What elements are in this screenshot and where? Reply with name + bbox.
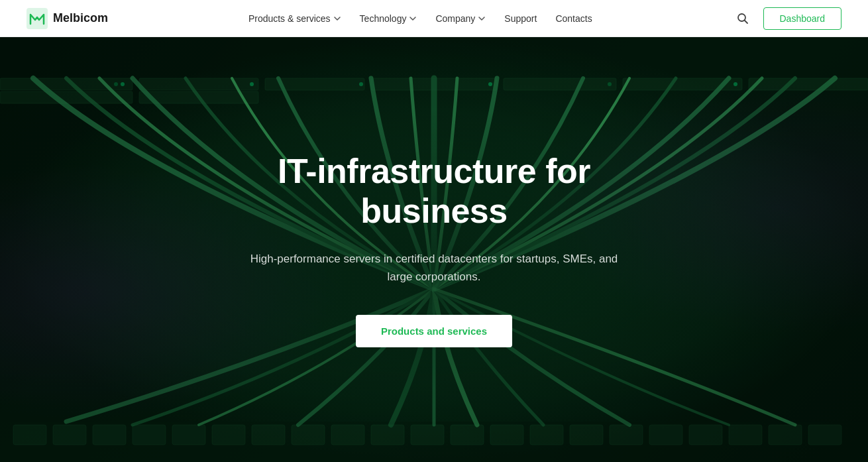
hero-title: IT-infrastructure for business <box>242 152 626 231</box>
header-actions: Dashboard <box>733 7 842 30</box>
melbicom-logo-icon <box>27 8 48 29</box>
nav-support-label: Support <box>504 13 537 24</box>
nav-company-label: Company <box>435 13 475 24</box>
nav-contacts-label: Contacts <box>555 13 592 24</box>
hero-content: IT-infrastructure for business High-perf… <box>229 152 639 347</box>
nav-item-technology[interactable]: Technology <box>352 8 425 29</box>
search-button[interactable] <box>733 9 753 29</box>
nav-item-company[interactable]: Company <box>427 8 494 29</box>
search-icon <box>737 13 749 25</box>
nav-item-contacts[interactable]: Contacts <box>547 8 600 29</box>
nav-item-support[interactable]: Support <box>496 8 545 29</box>
chevron-down-icon <box>409 15 417 23</box>
main-header: Melbicom Products & services Technology … <box>0 0 868 37</box>
nav-technology-label: Technology <box>360 13 407 24</box>
logo-text: Melbicom <box>53 11 108 25</box>
dashboard-button[interactable]: Dashboard <box>763 7 842 30</box>
chevron-down-icon <box>478 15 486 23</box>
chevron-down-icon <box>333 15 341 23</box>
main-nav: Products & services Technology Company S… <box>241 8 600 29</box>
hero-cta-button[interactable]: Products and services <box>356 315 512 347</box>
hero-section: IT-infrastructure for business High-perf… <box>0 37 868 462</box>
nav-products-label: Products & services <box>248 13 331 24</box>
logo[interactable]: Melbicom <box>27 8 108 29</box>
nav-item-products[interactable]: Products & services <box>241 8 349 29</box>
hero-subtitle: High-performance servers in certified da… <box>242 250 626 286</box>
